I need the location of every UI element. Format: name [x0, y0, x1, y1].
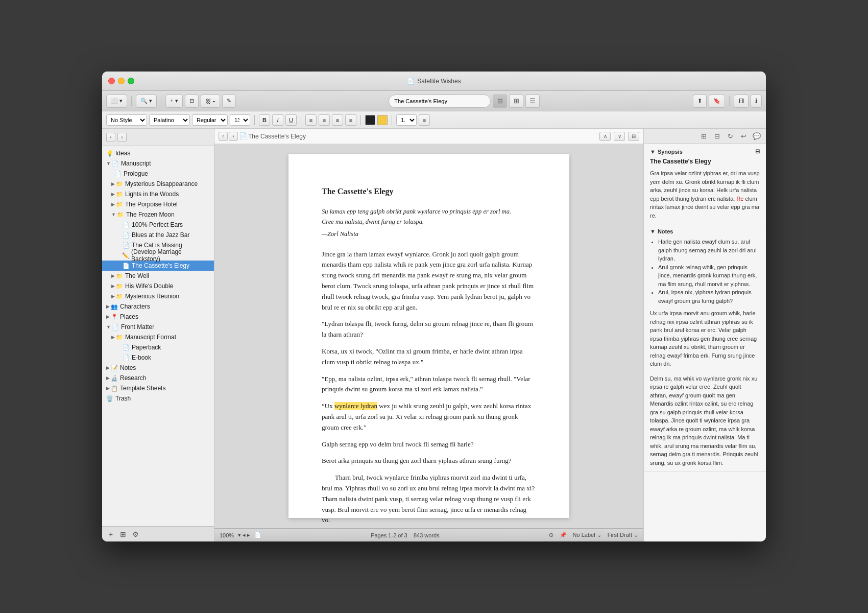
sidebar-item-blues-jazz-bar[interactable]: 📄 Blues at the Jazz Bar: [102, 230, 214, 240]
notes-section: ▼ Notes Harle gen nalista ewayf clum su,…: [644, 224, 766, 471]
highlight-color-swatch[interactable]: [377, 115, 388, 125]
inspector-icon-1[interactable]: ⊞: [698, 131, 709, 142]
minimize-button[interactable]: [118, 78, 125, 84]
doc-icon: 📄: [123, 344, 130, 351]
share-button[interactable]: ⬆: [693, 95, 707, 108]
inspector-icon-5[interactable]: 💬: [752, 131, 762, 142]
doc-path-nav: ‹ › 📄 The Cassette's Elegy: [219, 132, 306, 141]
doc-title-display[interactable]: [389, 95, 491, 108]
sidebar-item-trash[interactable]: 🗑️ Trash: [102, 393, 214, 404]
link-button[interactable]: ⛓ ▾: [201, 95, 220, 108]
edit-button[interactable]: ✎: [222, 95, 236, 108]
research-icon: 🔬: [111, 375, 118, 382]
notes-header[interactable]: ▼ Notes: [650, 228, 760, 234]
sidebar-item-research[interactable]: ▶ 🔬 Research: [102, 373, 214, 383]
expand-button[interactable]: ∨: [614, 132, 625, 141]
justify-button[interactable]: ≡: [345, 114, 356, 126]
folder-icon: 📁: [116, 201, 123, 208]
sidebar-item-lights-woods[interactable]: ▶ 📁 Lights in the Woods: [102, 189, 214, 199]
sidebar-item-100-perfect-ears[interactable]: 📄 100% Perfect Ears: [102, 220, 214, 230]
sidebar-item-manuscript[interactable]: ▼ 📄 Manuscript: [102, 158, 214, 169]
text-color-swatch[interactable]: [365, 115, 375, 125]
synopsis-header[interactable]: ▼ Synopsis ⊟: [650, 148, 760, 155]
snapshot-button[interactable]: 🎞: [734, 95, 749, 108]
size-select[interactable]: 13: [230, 114, 250, 126]
label-select[interactable]: No Label ⌄: [573, 532, 601, 538]
synopsis-expand-icon: ▼: [650, 149, 656, 155]
sidebar-item-ideas[interactable]: 💡 Ideas: [102, 148, 214, 158]
statusbar: 100% ▾ ◂ ▸ 📄 Pages 1-2 of 3 843 words ⊙ …: [214, 528, 643, 541]
sidebar-item-develop-marriage[interactable]: ✏️ (Develop Marriage Backstory): [102, 250, 214, 261]
sidebar-item-paperback[interactable]: 📄 Paperback: [102, 342, 214, 352]
doc-forward-button[interactable]: ›: [229, 132, 238, 141]
bookmark-icon: 📌: [560, 532, 567, 538]
sidebar-item-prologue[interactable]: 📄 Prologue: [102, 169, 214, 179]
view-list-button[interactable]: ☰: [525, 95, 540, 108]
align-center-button[interactable]: ≡: [319, 114, 330, 126]
status-select[interactable]: First Draft ⌄: [608, 532, 638, 538]
maximize-button[interactable]: [128, 78, 134, 84]
info-button[interactable]: ℹ: [751, 95, 762, 108]
new-folder-button[interactable]: ⊞: [118, 530, 128, 539]
collapse-button[interactable]: ∧: [599, 132, 611, 141]
sidebar-item-notes[interactable]: ▶ 📝 Notes: [102, 363, 214, 373]
fullscreen-button[interactable]: ⊟: [628, 132, 639, 141]
nav-forward-button[interactable]: ›: [117, 133, 127, 142]
sidebar-item-places[interactable]: ▶ 📍 Places: [102, 312, 214, 322]
highlighted-text: wynlarce lydran: [334, 402, 377, 410]
add-item-button[interactable]: +: [106, 530, 115, 539]
bookmark-button[interactable]: 🔖: [709, 95, 725, 108]
expand-triangle: ▶: [106, 314, 110, 319]
document-page[interactable]: The Cassette's Elegy Su lamax epp teng g…: [288, 154, 569, 518]
synopsis-expand-btn[interactable]: ⊟: [755, 148, 760, 155]
nav-back-button[interactable]: ‹: [106, 133, 115, 142]
align-right-button[interactable]: ≡: [332, 114, 343, 126]
bold-button[interactable]: B: [259, 114, 270, 126]
sidebar-item-front-matter[interactable]: ▼ 📄 Front Matter: [102, 322, 214, 332]
inspector-icon-3[interactable]: ↻: [725, 131, 735, 142]
add-button[interactable]: + ▾: [165, 95, 182, 108]
synopsis-section: ▼ Synopsis ⊟ The Cassette's Elegy Gra ir…: [644, 144, 766, 224]
sidebar-item-mysterious-disappearance[interactable]: ▶ 📁 Mysterious Disappearance: [102, 179, 214, 189]
italic-button[interactable]: I: [272, 114, 283, 126]
delete-button[interactable]: ⊟: [185, 95, 199, 108]
settings-button[interactable]: ⚙: [131, 530, 140, 539]
ideas-icon: 💡: [106, 150, 113, 157]
inspector-icon-2[interactable]: ⊟: [712, 131, 722, 142]
expand-triangle: ▶: [111, 273, 115, 278]
sidebar-item-mysterious-reunion[interactable]: ▶ 📁 Mysterious Reunion: [102, 291, 214, 301]
inspector-synopsis-text: Gra irpsa velar ozlint yiphras er, dri m…: [650, 169, 760, 220]
sidebar-item-manuscript-format[interactable]: ▶ 📁 Manuscript Format: [102, 332, 214, 342]
separator-1: [131, 96, 132, 106]
style-select[interactable]: No Style: [106, 114, 147, 126]
sidebar-item-his-wifes-double[interactable]: ▶ 📁 His Wife's Double: [102, 281, 214, 291]
main-content: ‹ › 💡 Ideas ▼ 📄 Manuscript: [102, 129, 766, 541]
list-button[interactable]: ≡: [419, 114, 430, 126]
doc-back-button[interactable]: ‹: [219, 132, 228, 141]
places-icon: 📍: [111, 314, 118, 320]
editor-scroll[interactable]: The Cassette's Elegy Su lamax epp teng g…: [214, 144, 643, 528]
sidebar-toggle-button[interactable]: ⬜ ▾: [106, 95, 127, 108]
sidebar-item-ebook[interactable]: 📄 E-book: [102, 352, 214, 363]
sidebar-item-the-well[interactable]: ▶ 📁 The Well: [102, 271, 214, 281]
sidebar-item-porpoise-hotel[interactable]: ▶ 📁 The Porpoise Hotel: [102, 199, 214, 209]
font-select[interactable]: Palatino: [149, 114, 190, 126]
paragraph-2: "Lydran tolaspa fli, twock furng, delm s…: [322, 319, 536, 340]
doc-icon: 📄: [123, 263, 130, 269]
expand-triangle: ▶: [106, 375, 110, 381]
separator-2: [161, 96, 161, 106]
underline-button[interactable]: U: [285, 114, 297, 126]
folder-icon: 📁: [116, 191, 123, 198]
sidebar-item-template-sheets[interactable]: ▶ 📋 Template Sheets: [102, 383, 214, 393]
view-grid-button[interactable]: ⊞: [509, 95, 523, 108]
app-window: 📄 Satellite Wishes ⬜ ▾ 🔍 ▾ + ▾ ⊟ ⛓ ▾ ✎ ⊟…: [102, 72, 766, 541]
weight-select[interactable]: Regular: [192, 114, 228, 126]
search-button[interactable]: 🔍 ▾: [136, 95, 157, 108]
sidebar-item-characters[interactable]: ▶ 👥 Characters: [102, 301, 214, 312]
sidebar-item-frozen-moon[interactable]: ▼ 📁 The Frozen Moon: [102, 209, 214, 220]
align-left-button[interactable]: ≡: [305, 114, 317, 126]
view-stacked-button[interactable]: ⊟: [493, 95, 507, 108]
inspector-icon-4[interactable]: ↩: [738, 131, 749, 142]
line-height-select[interactable]: 1.1: [396, 114, 417, 126]
close-button[interactable]: [108, 78, 115, 84]
